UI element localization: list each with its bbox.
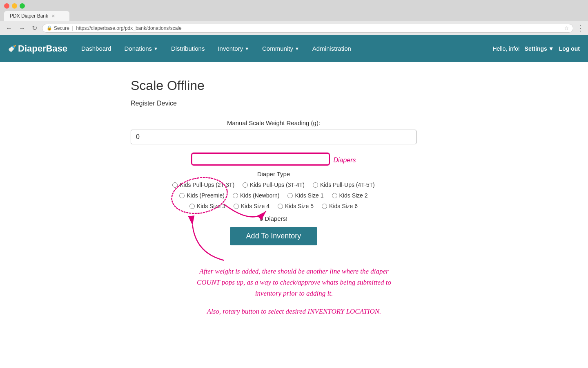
diaper-row-1: Kids Pull-Ups (2T-3T) Kids Pull-Ups (3T-… bbox=[172, 182, 374, 188]
form-section: Manual Scale Weight Reading (g): Diapers… bbox=[131, 119, 416, 258]
annotation-text-2: Also, rotary button to select desired IN… bbox=[207, 306, 381, 317]
secure-icon: 🔒 bbox=[47, 25, 52, 31]
page-subtitle: Register Device bbox=[131, 100, 457, 107]
tab-title: PDX Diaper Bank bbox=[10, 13, 48, 19]
community-dropdown-icon: ▼ bbox=[295, 46, 299, 51]
nav-donations[interactable]: Donations ▼ bbox=[118, 42, 163, 55]
diaper-type-highlight-box bbox=[191, 153, 330, 166]
nav-community[interactable]: Community ▼ bbox=[256, 42, 305, 55]
forward-button[interactable]: → bbox=[17, 24, 27, 33]
radio-kids-size-6[interactable]: Kids Size 6 bbox=[322, 203, 358, 209]
annotation-text-1: After weight is added, there should be a… bbox=[196, 266, 392, 299]
address-bar[interactable]: 🔒 Secure | https://diaperbase.org/pdx_ba… bbox=[42, 24, 573, 33]
add-to-inventory-button[interactable]: Add To Inventory bbox=[230, 227, 318, 245]
inventory-dropdown-icon: ▼ bbox=[245, 46, 249, 51]
settings-dropdown-icon: ▼ bbox=[548, 45, 554, 52]
diaper-row-2: Kids (Preemie) Kids (Newborn) Kids Size … bbox=[179, 192, 368, 199]
reload-button[interactable]: ↻ bbox=[30, 23, 39, 33]
diaper-type-radio-group: Kids Pull-Ups (2T-3T) Kids Pull-Ups (3T-… bbox=[131, 182, 416, 209]
diapers-count: 0 Diapers! bbox=[260, 215, 287, 222]
browser-menu-icon[interactable]: ⋮ bbox=[577, 24, 584, 33]
browser-toolbar: ← → ↻ 🔒 Secure | https://diaperbase.org/… bbox=[0, 21, 588, 35]
diaper-row-3: Kids Size 3 Kids Size 4 Kids Size 5 Kids… bbox=[189, 203, 358, 209]
url-display: Secure | https://diaperbase.org/pdx_bank… bbox=[54, 25, 182, 31]
back-button[interactable]: ← bbox=[4, 24, 14, 33]
radio-kids-size-2[interactable]: Kids Size 2 bbox=[332, 192, 368, 199]
logo-text: DiaperBase bbox=[18, 43, 67, 54]
radio-kids-size-1[interactable]: Kids Size 1 bbox=[287, 192, 323, 199]
radio-kids-pull-ups-3t4t[interactable]: Kids Pull-Ups (3T-4T) bbox=[243, 182, 305, 188]
donations-dropdown-icon: ▼ bbox=[154, 46, 158, 51]
bookmark-icon[interactable]: ☆ bbox=[564, 25, 569, 31]
weight-label: Manual Scale Weight Reading (g): bbox=[131, 119, 416, 126]
logo-icon: 🍼 bbox=[8, 45, 16, 52]
settings-button[interactable]: Settings ▼ bbox=[525, 45, 554, 52]
radio-kids-size-5[interactable]: Kids Size 5 bbox=[278, 203, 314, 209]
nav-right: Hello, info! Settings ▼ Log out bbox=[492, 45, 580, 52]
diapers-annotation-label: Diapers bbox=[333, 157, 356, 164]
nav-distributions[interactable]: Distributions bbox=[165, 42, 211, 55]
browser-tab[interactable]: PDX Diaper Bank ✕ bbox=[4, 11, 69, 21]
radio-kids-pull-ups-2t3t[interactable]: Kids Pull-Ups (2T-3T) bbox=[172, 182, 234, 188]
annotation-block: After weight is added, there should be a… bbox=[131, 266, 457, 317]
app-nav: 🍼 DiaperBase Dashboard Donations ▼ Distr… bbox=[0, 35, 588, 62]
nav-administration[interactable]: Administration bbox=[307, 42, 357, 55]
nav-dashboard[interactable]: Dashboard bbox=[76, 42, 117, 55]
diaper-type-annotated-row: Diapers bbox=[191, 153, 356, 168]
logout-button[interactable]: Log out bbox=[559, 45, 580, 52]
main-content: Scale Offline Register Device Manual Sca… bbox=[0, 62, 588, 368]
tab-close-icon[interactable]: ✕ bbox=[51, 13, 55, 19]
nav-items: Dashboard Donations ▼ Distributions Inve… bbox=[76, 42, 492, 55]
radio-kids-preemie[interactable]: Kids (Preemie) bbox=[179, 192, 225, 199]
radio-kids-pull-ups-4t5t[interactable]: Kids Pull-Ups (4T-5T) bbox=[313, 182, 375, 188]
diaper-type-label: Diaper Type bbox=[257, 171, 290, 177]
minimize-window-button[interactable] bbox=[12, 3, 17, 9]
radio-kids-size-4[interactable]: Kids Size 4 bbox=[234, 203, 270, 209]
close-window-button[interactable] bbox=[4, 3, 9, 9]
radio-kids-size-3[interactable]: Kids Size 3 bbox=[189, 203, 225, 209]
radio-kids-newborn[interactable]: Kids (Newborn) bbox=[233, 192, 279, 199]
page-title: Scale Offline bbox=[131, 78, 457, 93]
nav-inventory[interactable]: Inventory ▼ bbox=[212, 42, 255, 55]
weight-input[interactable] bbox=[131, 130, 416, 144]
logo[interactable]: 🍼 DiaperBase bbox=[8, 43, 67, 54]
maximize-window-button[interactable] bbox=[20, 3, 25, 9]
hello-text: Hello, info! bbox=[492, 45, 519, 52]
